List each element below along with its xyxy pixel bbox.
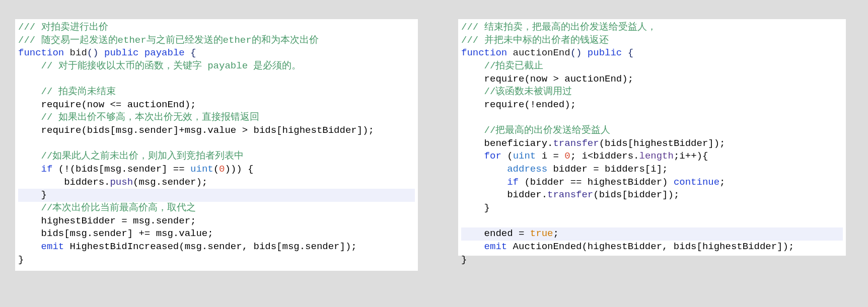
code-text: bidder. — [461, 189, 547, 200]
code-line: //本次出价比当前最高价高，取代之 — [18, 202, 196, 213]
code-line: for (uint i = 0; i<bidders.length;i++){ — [461, 150, 708, 162]
code-text: ;i++){ — [674, 150, 708, 162]
code-text: beneficiary. — [461, 138, 553, 149]
method-transfer: transfer — [547, 189, 593, 200]
code-text: ( — [501, 150, 513, 162]
punct: () — [87, 47, 99, 58]
code-text: HighestBidIncreased(msg.sender, bids[msg… — [64, 241, 357, 252]
punct: ; — [719, 177, 725, 188]
code-line: //该函数未被调用过 — [461, 86, 572, 97]
code-line: bids[msg.sender] += msg.value; — [18, 228, 213, 239]
code-line: //把最高的出价发送给受益人 — [461, 125, 610, 136]
type-uint: uint — [190, 164, 213, 175]
punct: ; — [553, 228, 558, 239]
code-line: } — [461, 202, 490, 213]
type-uint: uint — [513, 150, 536, 162]
code-text: bidders. — [18, 177, 110, 188]
keyword-continue: continue — [674, 177, 719, 188]
code-line: if (bidder == highestBidder) continue; — [461, 177, 726, 188]
page-root: /// 对拍卖进行出价 /// 随交易一起发送的ether与之前已经发送的eth… — [0, 0, 868, 307]
keyword-payable: payable — [138, 47, 184, 58]
code-line-highlighted: ended = true; — [461, 227, 843, 241]
keyword-for: for — [461, 150, 501, 162]
code-line: emit HighestBidIncreased(msg.sender, bid… — [18, 241, 357, 252]
member-length: length — [639, 150, 674, 162]
number: 0 — [219, 164, 225, 175]
type-address: address — [461, 164, 547, 175]
code-text: AuctionEnded(highestBidder, bids[highest… — [507, 241, 794, 252]
code-line: /// 随交易一起发送的ether与之前已经发送的ether的和为本次出价 — [18, 35, 319, 46]
keyword-if: if — [461, 177, 519, 188]
code-line: //拍卖已截止 — [461, 60, 543, 71]
code-line: beneficiary.transfer(bids[highestBidder]… — [461, 138, 726, 149]
punct: ( — [213, 164, 219, 175]
literal-true: true — [530, 228, 553, 239]
keyword-function: function — [461, 47, 507, 58]
code-line: /// 结束拍卖，把最高的出价发送给受益人， — [461, 22, 657, 33]
code-text: ended = — [461, 228, 530, 239]
punct: () — [570, 47, 582, 58]
code-line: if (!(bids[msg.sender] == uint(0))) { — [18, 164, 254, 175]
code-text: (bids[highestBidder]); — [599, 138, 726, 149]
code-text: (!(bids[msg.sender] == — [52, 164, 190, 175]
code-line: // 对于能接收以太币的函数，关键字 payable 是必须的。 — [18, 60, 301, 71]
brace: { — [185, 47, 196, 58]
code-line: /// 并把未中标的出价者的钱返还 — [461, 35, 609, 46]
code-text: (msg.sender); — [133, 177, 207, 188]
keyword-emit: emit — [18, 241, 64, 252]
code-line: bidders.push(msg.sender); — [18, 177, 207, 188]
code-line: require(!ended); — [461, 99, 576, 110]
code-line: function auctionEnd() public { — [461, 47, 633, 58]
keyword-emit: emit — [461, 241, 507, 252]
code-line: address bidder = bidders[i]; — [461, 164, 668, 175]
identifier: bid — [64, 47, 87, 58]
code-line: } — [461, 254, 467, 265]
method-transfer: transfer — [553, 138, 599, 149]
number: 0 — [564, 150, 570, 162]
code-line: highestBidder = msg.sender; — [18, 215, 196, 226]
code-block-bid-function: /// 对拍卖进行出价 /// 随交易一起发送的ether与之前已经发送的eth… — [15, 19, 418, 271]
code-text: bidder = bidders[i]; — [547, 164, 668, 175]
code-line: // 拍卖尚未结束 — [18, 86, 116, 97]
code-line: bidder.transfer(bids[bidder]); — [461, 189, 679, 200]
code-line: require(now <= auctionEnd); — [18, 99, 196, 110]
code-line: // 如果出价不够高，本次出价无效，直接报错返回 — [18, 112, 259, 123]
code-line: require(bids[msg.sender]+msg.value > bid… — [18, 125, 374, 136]
keyword-public: public — [99, 47, 139, 58]
keyword-public: public — [582, 47, 622, 58]
code-line: function bid() public payable { — [18, 47, 196, 58]
code-line: require(now > auctionEnd); — [461, 73, 633, 85]
code-line-highlighted: } — [18, 189, 415, 202]
keyword-function: function — [18, 47, 64, 58]
identifier: auctionEnd — [507, 47, 570, 58]
code-text: (bids[bidder]); — [593, 189, 679, 200]
code-block-auction-end-function: /// 结束拍卖，把最高的出价发送给受益人， /// 并把未中标的出价者的钱返还… — [458, 19, 846, 256]
brace: { — [622, 47, 633, 58]
keyword-if: if — [18, 164, 52, 175]
method-push: push — [110, 177, 133, 188]
code-line: /// 对拍卖进行出价 — [18, 22, 108, 33]
code-text: (bidder == highestBidder) — [519, 177, 674, 188]
code-text: i = — [536, 150, 564, 162]
code-line: emit AuctionEnded(highestBidder, bids[hi… — [461, 241, 794, 252]
code-text: ; i<bidders. — [570, 150, 639, 162]
code-line: } — [18, 254, 24, 265]
code-text: ))) { — [225, 164, 254, 175]
code-line: //如果此人之前未出价，则加入到竞拍者列表中 — [18, 150, 244, 162]
